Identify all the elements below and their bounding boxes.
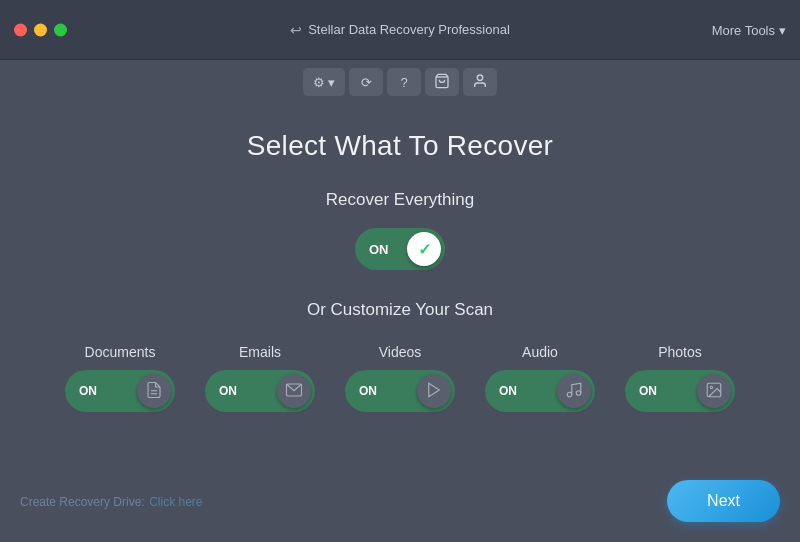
recovery-drive-label: Create Recovery Drive: — [20, 495, 145, 509]
videos-toggle-knob — [417, 374, 451, 408]
titlebar: ↩ Stellar Data Recovery Professional Mor… — [0, 0, 800, 60]
back-icon: ↩ — [290, 22, 302, 38]
click-here-link[interactable]: Click here — [149, 495, 202, 509]
svg-point-6 — [567, 392, 572, 397]
recover-everything-label: Recover Everything — [326, 190, 474, 210]
photos-toggle-knob — [697, 374, 731, 408]
close-button[interactable] — [14, 23, 27, 36]
recover-everything-section: Recover Everything ON ✓ — [326, 190, 474, 300]
emails-toggle[interactable]: ON — [205, 370, 315, 412]
documents-label: Documents — [85, 344, 156, 360]
audio-label: Audio — [522, 344, 558, 360]
emails-on-label: ON — [219, 384, 237, 398]
emails-toggle-knob — [277, 374, 311, 408]
help-button[interactable]: ? — [387, 68, 421, 96]
video-icon — [425, 381, 443, 402]
category-photos: Photos ON — [625, 344, 735, 412]
recovery-drive-text: Create Recovery Drive: Click here — [20, 492, 203, 510]
videos-label: Videos — [379, 344, 422, 360]
settings-button[interactable]: ⚙ ▾ — [303, 68, 345, 96]
help-icon: ? — [400, 75, 407, 90]
main-content: Select What To Recover Recover Everythin… — [0, 100, 800, 432]
photos-toggle[interactable]: ON — [625, 370, 735, 412]
traffic-lights — [14, 23, 67, 36]
photo-icon — [705, 381, 723, 402]
category-documents: Documents ON — [65, 344, 175, 412]
document-icon — [145, 381, 163, 402]
more-tools-label: More Tools — [712, 22, 775, 37]
videos-on-label: ON — [359, 384, 377, 398]
category-emails: Emails ON — [205, 344, 315, 412]
svg-point-7 — [576, 390, 581, 395]
category-audio: Audio ON — [485, 344, 595, 412]
svg-point-1 — [477, 75, 482, 80]
toggle-knob: ✓ — [407, 232, 441, 266]
email-icon — [285, 381, 303, 402]
title-center: ↩ Stellar Data Recovery Professional — [290, 22, 510, 38]
recover-everything-toggle-container: ON ✓ — [355, 228, 445, 270]
customize-scan-label: Or Customize Your Scan — [307, 300, 493, 320]
settings-icon: ⚙ ▾ — [313, 75, 336, 90]
audio-on-label: ON — [499, 384, 517, 398]
check-icon: ✓ — [418, 240, 431, 259]
documents-toggle-knob — [137, 374, 171, 408]
toggle-on-label: ON — [369, 242, 389, 257]
audio-icon — [565, 381, 583, 402]
minimize-button[interactable] — [34, 23, 47, 36]
categories-row: Documents ON Emails — [65, 344, 735, 412]
svg-point-9 — [710, 386, 712, 388]
photos-on-label: ON — [639, 384, 657, 398]
account-icon — [472, 73, 488, 92]
photos-label: Photos — [658, 344, 702, 360]
emails-label: Emails — [239, 344, 281, 360]
more-tools-button[interactable]: More Tools ▾ — [712, 22, 786, 37]
svg-marker-5 — [429, 383, 440, 397]
next-button[interactable]: Next — [667, 480, 780, 522]
maximize-button[interactable] — [54, 23, 67, 36]
footer: Create Recovery Drive: Click here Next — [20, 480, 780, 522]
history-button[interactable]: ⟳ — [349, 68, 383, 96]
cart-icon — [434, 73, 450, 92]
audio-toggle[interactable]: ON — [485, 370, 595, 412]
audio-toggle-knob — [557, 374, 591, 408]
account-button[interactable] — [463, 68, 497, 96]
videos-toggle[interactable]: ON — [345, 370, 455, 412]
documents-on-label: ON — [79, 384, 97, 398]
category-videos: Videos ON — [345, 344, 455, 412]
history-icon: ⟳ — [361, 75, 372, 90]
recover-everything-toggle[interactable]: ON ✓ — [355, 228, 445, 270]
cart-button[interactable] — [425, 68, 459, 96]
app-title: Stellar Data Recovery Professional — [308, 22, 510, 37]
documents-toggle[interactable]: ON — [65, 370, 175, 412]
page-title: Select What To Recover — [247, 130, 553, 162]
dropdown-arrow-icon: ▾ — [779, 22, 786, 37]
